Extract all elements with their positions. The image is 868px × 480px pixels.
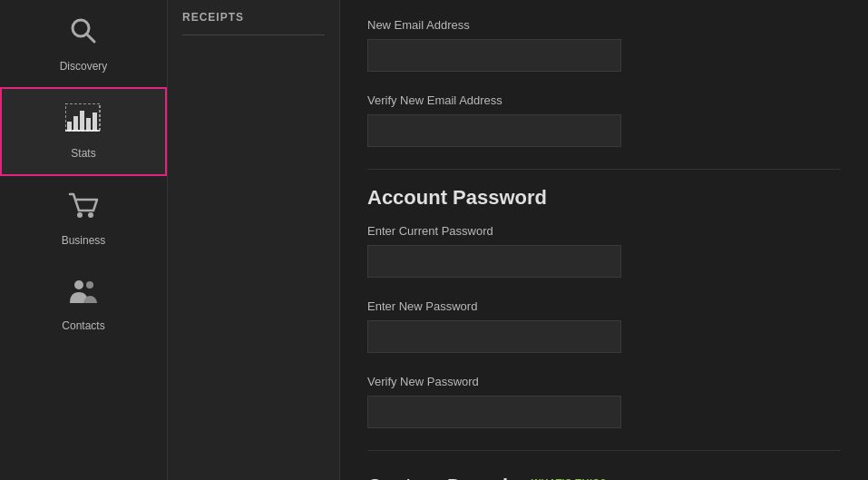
sidebar-item-label-contacts: Contacts [62,319,104,332]
sidebar-item-stats[interactable]: Stats [0,87,167,176]
current-password-label: Enter Current Password [367,224,841,238]
sidebar-item-label-business: Business [62,234,106,247]
middle-panel: RECEIPTS [168,0,340,480]
verify-password-input[interactable] [367,396,621,428]
svg-rect-5 [86,118,91,131]
new-email-input[interactable] [367,39,621,72]
verify-email-label: Verify New Email Address [367,93,841,107]
svg-point-10 [88,212,93,218]
verify-email-input[interactable] [367,114,621,147]
account-password-heading: Account Password [367,186,841,210]
sidebar-item-business[interactable]: Business [0,176,167,261]
new-password-section: Enter New Password [367,299,841,353]
cart-icon [66,191,101,229]
verify-password-label: Verify New Password [367,375,841,388]
custom-domain-heading: Custom Domain [367,475,521,480]
new-email-label: New Email Address [367,18,841,32]
verify-email-section: Verify New Email Address [367,93,841,147]
svg-point-11 [74,280,83,289]
verify-password-section: Verify New Password [367,375,841,428]
svg-rect-6 [93,113,97,131]
svg-rect-2 [67,122,72,131]
svg-rect-3 [73,116,78,131]
main-content: New Email Address Verify New Email Addre… [340,0,868,480]
sidebar: Discovery Stats [0,0,168,480]
new-password-label: Enter New Password [367,299,841,313]
svg-point-12 [86,281,93,289]
new-password-input[interactable] [367,320,621,353]
section-separator-1 [367,169,841,170]
svg-rect-4 [80,111,84,131]
search-icon [67,15,100,54]
svg-line-1 [87,34,95,43]
svg-point-9 [77,212,83,218]
custom-domain-header: Custom Domain WHAT'S THIS? » [367,467,841,480]
receipts-title: RECEIPTS [182,11,325,24]
sidebar-item-contacts[interactable]: Contacts [0,261,167,347]
receipts-divider [182,34,325,35]
contacts-icon [65,276,102,314]
section-separator-2 [367,450,841,451]
current-password-section: Enter Current Password [367,224,841,278]
sidebar-item-label-discovery: Discovery [60,60,108,73]
sidebar-item-discovery[interactable]: Discovery [0,0,167,87]
current-password-input[interactable] [367,245,621,278]
sidebar-item-label-stats: Stats [71,147,95,160]
new-email-section: New Email Address [367,18,841,72]
stats-icon [65,103,102,142]
